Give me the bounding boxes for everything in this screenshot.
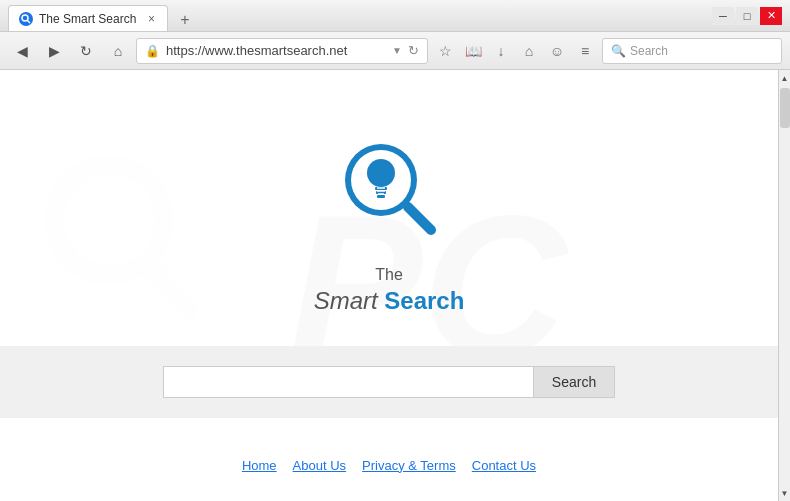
- svg-line-3: [149, 265, 189, 310]
- tab-favicon: [19, 12, 33, 26]
- address-bar[interactable]: 🔒 https://www.thesmartsearch.net ▼ ↻: [136, 38, 428, 64]
- svg-point-0: [22, 15, 28, 21]
- lock-icon: 🔒: [145, 44, 160, 58]
- refresh-icon[interactable]: ↻: [408, 43, 419, 58]
- minimize-button[interactable]: ─: [712, 7, 734, 25]
- tab-close-button[interactable]: ×: [146, 12, 157, 26]
- bookmarks-icon[interactable]: 📖: [460, 38, 486, 64]
- footer-links: Home About Us Privacy & Terms Contact Us: [242, 458, 536, 473]
- reload-button[interactable]: ↻: [72, 37, 100, 65]
- scroll-up-button[interactable]: ▲: [779, 70, 791, 86]
- close-button[interactable]: ✕: [760, 7, 782, 25]
- footer-privacy-link[interactable]: Privacy & Terms: [362, 458, 456, 473]
- browser-search-placeholder: Search: [630, 44, 668, 58]
- home-toolbar-icon[interactable]: ⌂: [516, 38, 542, 64]
- account-icon[interactable]: ☺: [544, 38, 570, 64]
- smart-search-page: PC: [0, 70, 778, 501]
- svg-rect-9: [377, 195, 385, 198]
- svg-point-2: [54, 165, 164, 275]
- watermark-magnifier: [39, 150, 199, 334]
- address-dropdown-icon[interactable]: ▼: [392, 45, 402, 56]
- title-bar: The Smart Search × + ─ □ ✕: [0, 0, 790, 32]
- scroll-down-button[interactable]: ▼: [779, 485, 791, 501]
- url-text: https://www.thesmartsearch.net: [166, 43, 386, 58]
- search-button[interactable]: Search: [533, 366, 615, 398]
- nav-bar: ◀ ▶ ↻ ⌂ 🔒 https://www.thesmartsearch.net…: [0, 32, 790, 70]
- toolbar-icons: ☆ 📖 ↓ ⌂ ☺ ≡: [432, 38, 598, 64]
- scroll-thumb[interactable]: [780, 88, 790, 128]
- window-controls: ─ □ ✕: [712, 7, 782, 25]
- active-tab[interactable]: The Smart Search ×: [8, 5, 168, 31]
- footer-about-link[interactable]: About Us: [293, 458, 346, 473]
- home-nav-button[interactable]: ⌂: [104, 37, 132, 65]
- back-button[interactable]: ◀: [8, 37, 36, 65]
- tab-title-text: The Smart Search: [39, 12, 140, 26]
- search-section: Search: [0, 346, 778, 418]
- search-glass-icon: 🔍: [611, 44, 626, 58]
- maximize-button[interactable]: □: [736, 7, 758, 25]
- scrollbar: ▲ ▼: [778, 70, 790, 501]
- logo-the: The: [375, 266, 403, 283]
- page-content: PC: [0, 70, 778, 501]
- menu-icon[interactable]: ≡: [572, 38, 598, 64]
- search-form: Search: [163, 366, 615, 398]
- bookmark-star-icon[interactable]: ☆: [432, 38, 458, 64]
- new-tab-button[interactable]: +: [172, 9, 198, 31]
- browser-window: The Smart Search × + ─ □ ✕ ◀ ▶ ↻ ⌂ 🔒 htt…: [0, 0, 790, 501]
- footer-contact-link[interactable]: Contact Us: [472, 458, 536, 473]
- svg-line-10: [408, 207, 431, 230]
- logo-search: Search: [384, 287, 464, 314]
- content-area: PC: [0, 70, 790, 501]
- forward-button[interactable]: ▶: [40, 37, 68, 65]
- browser-search-box[interactable]: 🔍 Search: [602, 38, 782, 64]
- svg-point-6: [367, 159, 395, 187]
- logo-smart: Smart: [314, 287, 378, 314]
- main-search-input[interactable]: [163, 366, 533, 398]
- svg-line-1: [28, 20, 31, 23]
- footer-home-link[interactable]: Home: [242, 458, 277, 473]
- tab-bar: The Smart Search × +: [8, 0, 704, 31]
- logo-text: The Smart Search: [314, 258, 465, 316]
- logo-section: The Smart Search: [314, 130, 465, 316]
- brand-logo: [329, 130, 449, 250]
- download-icon[interactable]: ↓: [488, 38, 514, 64]
